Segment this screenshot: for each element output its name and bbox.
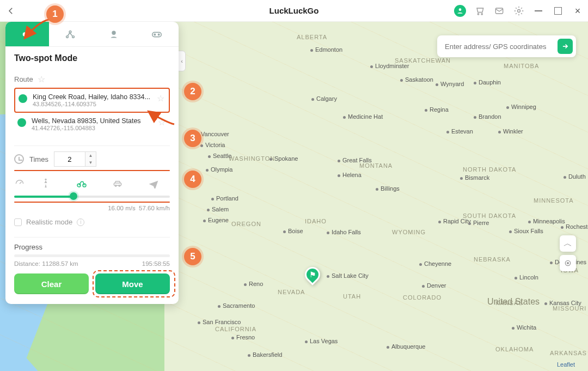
city-label: Boise (283, 228, 303, 234)
clear-button[interactable]: Clear (14, 273, 89, 294)
city-label: Wynyard (436, 81, 464, 87)
annotation-badge-1: 1 (46, 5, 64, 23)
waypoint-favorite-icon[interactable]: ☆ (156, 93, 166, 104)
search-go-button[interactable] (558, 39, 573, 54)
city-label: Helena (338, 172, 362, 178)
times-row: Times ▲ ▼ (5, 151, 179, 167)
window-minimize-button[interactable] (532, 5, 544, 17)
city-label: Saskatoon (400, 76, 433, 83)
city-label: Victoria (200, 142, 225, 148)
transport-walk-icon[interactable] (29, 178, 62, 188)
map-expand-button[interactable]: ︿ (560, 235, 576, 252)
svg-point-16 (45, 179, 46, 180)
window-maximize-button[interactable] (552, 5, 564, 17)
account-icon[interactable] (454, 5, 466, 17)
annotation-badge-2: 2 (184, 83, 201, 100)
map-attribution[interactable]: Leaflet (557, 361, 575, 368)
city-label: Duluth (564, 173, 586, 180)
route-favorite-icon[interactable]: ☆ (38, 74, 45, 84)
city-label: Salt Lake City (327, 272, 369, 279)
waypoint-address: Wells, Nevada 89835, United States (32, 117, 151, 125)
svg-point-9 (66, 35, 69, 38)
transport-car-icon[interactable] (101, 178, 134, 188)
region-label: CALIFORNIA (215, 326, 256, 332)
window-close-button[interactable]: × (572, 5, 584, 17)
times-up-button[interactable]: ▲ (85, 152, 96, 159)
cart-icon[interactable] (474, 5, 486, 17)
svg-point-12 (112, 31, 115, 34)
city-label: Olympia (206, 166, 232, 173)
settings-icon[interactable] (513, 5, 525, 17)
city-label: Rochester (561, 223, 588, 230)
speed-slider[interactable] (14, 193, 170, 200)
transport-plane-icon[interactable] (137, 178, 170, 188)
city-label: Lloydminster (370, 63, 409, 69)
realistic-checkbox[interactable] (14, 218, 22, 226)
city-label: Minneapolis (528, 218, 565, 224)
map-search (437, 35, 576, 57)
city-label: Winnipeg (506, 104, 536, 110)
waypoint-coords: 43.834526,-114.609375 (33, 101, 150, 107)
city-label: Lincoln (514, 274, 538, 281)
realistic-mode-row: Realistic mode i (5, 216, 179, 232)
city-label: Eugene (203, 217, 229, 223)
move-button[interactable]: Move (95, 273, 170, 294)
city-label: Bismarck (460, 174, 489, 181)
times-value[interactable] (54, 152, 85, 166)
realistic-label: Realistic mode (26, 218, 72, 226)
help-icon[interactable]: i (77, 218, 84, 226)
city-label: Estevan (446, 128, 473, 135)
city-label: Las Vegas (305, 338, 338, 344)
city-label: Seattle (208, 153, 231, 159)
city-label: Salem (207, 206, 229, 212)
svg-point-2 (481, 13, 483, 15)
app-title: LuckLuckGo (270, 6, 319, 15)
svg-point-21 (119, 185, 120, 187)
eta-text: 195:58:55 (142, 260, 170, 267)
svg-point-4 (518, 9, 520, 12)
city-label: Medicine Hat (343, 113, 383, 120)
mail-icon[interactable] (493, 5, 505, 17)
tab-teleport[interactable] (92, 22, 136, 46)
city-label: Albuquerque (387, 343, 425, 350)
svg-point-20 (115, 185, 117, 187)
region-label: NEBRASKA (474, 256, 511, 263)
city-label: Spokane (270, 155, 298, 162)
slider-thumb[interactable] (70, 192, 77, 200)
map-locate-button[interactable] (560, 255, 576, 271)
side-panel: Two-spot Mode Route ☆ King Creek Road, H… (5, 22, 179, 304)
map-pin-icon[interactable]: ⚑ (305, 267, 320, 287)
speed-readout: 16.00 m/s 57.60 km/h (5, 203, 179, 216)
city-label: Wichita (512, 324, 536, 331)
region-label: COLORADO (403, 294, 442, 301)
city-label: Sioux Falls (509, 228, 543, 234)
city-label: Sacramento (218, 302, 255, 309)
svg-point-0 (459, 8, 462, 11)
city-label: Winkler (498, 128, 523, 135)
clock-icon (14, 154, 24, 164)
region-label: ALBERTA (297, 34, 327, 40)
city-label: Billings (376, 185, 400, 192)
transport-bike-icon[interactable] (65, 178, 98, 188)
route-label: Route (14, 75, 33, 83)
region-label: OREGON (231, 221, 261, 227)
region-label: IDAHO (305, 218, 327, 224)
tab-joystick[interactable] (136, 22, 179, 46)
city-label: Calgary (311, 95, 337, 102)
start-pin-icon (19, 94, 27, 103)
times-down-button[interactable]: ▼ (85, 159, 96, 166)
city-label: Fresno (231, 334, 255, 340)
svg-rect-13 (152, 32, 162, 37)
city-label: Reno (244, 281, 263, 287)
search-input[interactable] (445, 42, 558, 51)
city-label: Dauphin (474, 79, 501, 86)
region-label: WASHINGTON (229, 155, 275, 162)
city-label: Regina (425, 106, 449, 113)
panel-collapse-button[interactable]: ‹ (178, 51, 186, 71)
region-label: UTAH (343, 293, 361, 300)
waypoint-address: King Creek Road, Hailey, Idaho 8334... (33, 93, 150, 101)
tab-multi-spot[interactable] (49, 22, 93, 46)
times-stepper[interactable]: ▲ ▼ (54, 151, 96, 167)
back-button[interactable] (0, 6, 22, 16)
region-label: NEVADA (278, 289, 305, 295)
